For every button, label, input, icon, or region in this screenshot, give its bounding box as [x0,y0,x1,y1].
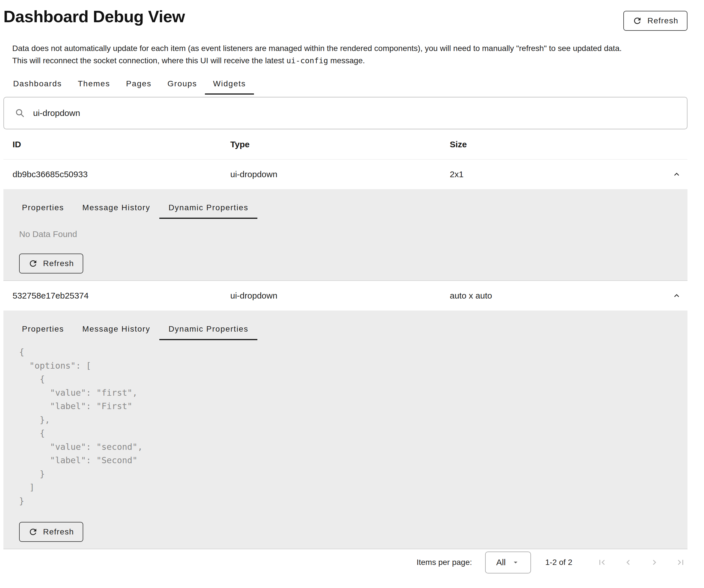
main-tab-bar: Dashboards Themes Pages Groups Widgets [3,73,688,94]
tab-properties[interactable]: Properties [13,318,73,340]
search-box [3,97,688,129]
collapse-row-button[interactable] [666,164,687,185]
search-input[interactable] [33,108,680,118]
refresh-button-label: Refresh [647,16,678,25]
chevron-up-icon [672,170,682,179]
tab-themes[interactable]: Themes [70,73,118,94]
refresh-icon [633,16,642,26]
items-per-page-label: Items per page: [416,558,472,567]
chevron-up-icon [672,291,682,301]
tab-widgets[interactable]: Widgets [205,73,254,94]
tab-properties[interactable]: Properties [13,197,73,219]
previous-page-button[interactable] [621,552,635,573]
panel-refresh-label: Refresh [43,527,74,536]
panel-refresh-button[interactable]: Refresh [19,254,83,273]
search-icon [11,108,25,118]
tab-dashboards[interactable]: Dashboards [5,73,70,94]
dynamic-properties-json: { "options": [ { "value": "first", "labe… [19,345,681,508]
widget-detail-panel: Properties Message History Dynamic Prope… [3,311,688,549]
table-header-row: ID Type Size [3,129,688,159]
collapse-row-button[interactable] [666,285,687,306]
chevron-right-icon [649,557,659,568]
refresh-icon [28,259,38,268]
tab-pages[interactable]: Pages [118,73,159,94]
arrow-drop-down-icon [511,558,520,567]
table-row: 532758e17eb25374 ui-dropdown auto x auto [3,281,688,311]
ui-config-code: ui-config [286,56,328,65]
first-page-button[interactable] [595,552,609,573]
description-line2: This will reconnect the socket connectio… [12,56,286,65]
panel-tab-bar: Properties Message History Dynamic Prope… [13,197,681,219]
refresh-icon [28,527,38,537]
chevron-left-icon [623,557,633,568]
table-row: db9bc36685c50933 ui-dropdown 2x1 [3,159,688,189]
description: Data does not automatically update for e… [12,42,688,67]
page-title: Dashboard Debug View [3,7,185,26]
panel-tab-bar: Properties Message History Dynamic Prope… [13,318,681,340]
row-size: 2x1 [441,170,666,179]
row-id: 532758e17eb25374 [3,291,221,301]
page-size-value: All [496,558,506,567]
last-page-icon [676,557,686,568]
refresh-button[interactable]: Refresh [623,11,688,31]
row-type: ui-dropdown [221,170,441,179]
first-page-icon [597,557,607,568]
page-header: Dashboard Debug View Refresh [3,7,688,31]
tab-dynamic-properties[interactable]: Dynamic Properties [159,197,257,219]
tab-message-history[interactable]: Message History [73,197,160,219]
paginator: Items per page: All 1-2 of 2 [3,549,688,576]
tab-message-history[interactable]: Message History [73,318,160,340]
row-size: auto x auto [441,291,666,301]
next-page-button[interactable] [648,552,661,573]
panel-refresh-label: Refresh [43,259,74,268]
paginator-nav [583,552,688,573]
page-range-label: 1-2 of 2 [545,558,572,567]
dashboard-debug-page: Dashboard Debug View Refresh Data does n… [0,7,704,576]
row-id: db9bc36685c50933 [3,170,221,179]
tab-groups[interactable]: Groups [160,73,205,94]
widget-detail-panel: Properties Message History Dynamic Prope… [3,189,688,281]
no-data-text: No Data Found [19,229,681,239]
row-type: ui-dropdown [221,291,441,301]
column-header-type: Type [221,140,441,149]
description-line1: Data does not automatically update for e… [12,44,622,53]
column-header-id: ID [3,140,221,149]
panel-refresh-button[interactable]: Refresh [19,522,83,542]
tab-dynamic-properties[interactable]: Dynamic Properties [159,318,257,340]
column-header-size: Size [441,140,666,149]
page-size-select[interactable]: All [485,551,531,574]
last-page-button[interactable] [674,552,688,573]
description-line2-end: message. [328,56,365,65]
